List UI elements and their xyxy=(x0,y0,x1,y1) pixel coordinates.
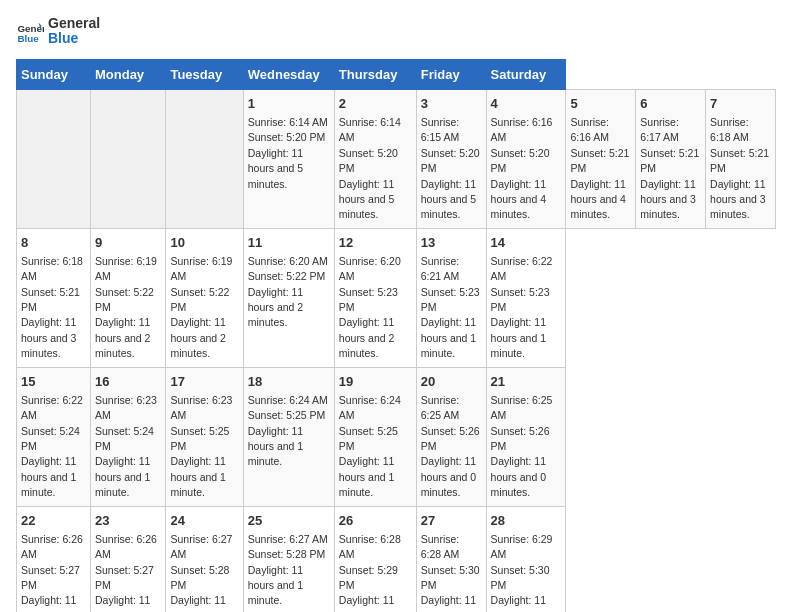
day-number: 12 xyxy=(339,234,412,252)
col-header-saturday: Saturday xyxy=(486,59,566,89)
calendar-cell xyxy=(17,89,91,228)
calendar-cell: 19Sunrise: 6:24 AMSunset: 5:25 PMDayligh… xyxy=(334,367,416,506)
day-number: 20 xyxy=(421,373,482,391)
day-info: Sunrise: 6:25 AMSunset: 5:26 PMDaylight:… xyxy=(421,394,480,498)
calendar-cell: 16Sunrise: 6:23 AMSunset: 5:24 PMDayligh… xyxy=(90,367,165,506)
day-number: 14 xyxy=(491,234,562,252)
day-info: Sunrise: 6:18 AMSunset: 5:21 PMDaylight:… xyxy=(710,116,769,220)
day-info: Sunrise: 6:28 AMSunset: 5:30 PMDaylight:… xyxy=(421,533,480,612)
day-info: Sunrise: 6:29 AMSunset: 5:30 PMDaylight:… xyxy=(491,533,553,612)
calendar-cell: 5Sunrise: 6:16 AMSunset: 5:21 PMDaylight… xyxy=(566,89,636,228)
day-number: 22 xyxy=(21,512,86,530)
day-number: 23 xyxy=(95,512,161,530)
calendar-cell: 2Sunrise: 6:14 AMSunset: 5:20 PMDaylight… xyxy=(334,89,416,228)
calendar-cell: 14Sunrise: 6:22 AMSunset: 5:23 PMDayligh… xyxy=(486,228,566,367)
day-number: 10 xyxy=(170,234,238,252)
logo-line1: General xyxy=(48,16,100,31)
day-info: Sunrise: 6:26 AMSunset: 5:27 PMDaylight:… xyxy=(95,533,157,612)
calendar-cell: 10Sunrise: 6:19 AMSunset: 5:22 PMDayligh… xyxy=(166,228,243,367)
week-row-1: 1Sunrise: 6:14 AMSunset: 5:20 PMDaylight… xyxy=(17,89,776,228)
header-row: SundayMondayTuesdayWednesdayThursdayFrid… xyxy=(17,59,776,89)
logo: General Blue General Blue xyxy=(16,16,100,47)
week-row-4: 22Sunrise: 6:26 AMSunset: 5:27 PMDayligh… xyxy=(17,506,776,612)
day-number: 24 xyxy=(170,512,238,530)
day-info: Sunrise: 6:28 AMSunset: 5:29 PMDaylight:… xyxy=(339,533,401,612)
calendar-cell: 15Sunrise: 6:22 AMSunset: 5:24 PMDayligh… xyxy=(17,367,91,506)
calendar-cell xyxy=(166,89,243,228)
calendar-table: SundayMondayTuesdayWednesdayThursdayFrid… xyxy=(16,59,776,612)
day-info: Sunrise: 6:25 AMSunset: 5:26 PMDaylight:… xyxy=(491,394,553,498)
day-number: 8 xyxy=(21,234,86,252)
calendar-cell: 28Sunrise: 6:29 AMSunset: 5:30 PMDayligh… xyxy=(486,506,566,612)
calendar-cell: 12Sunrise: 6:20 AMSunset: 5:23 PMDayligh… xyxy=(334,228,416,367)
calendar-cell: 27Sunrise: 6:28 AMSunset: 5:30 PMDayligh… xyxy=(416,506,486,612)
day-number: 9 xyxy=(95,234,161,252)
day-number: 15 xyxy=(21,373,86,391)
day-number: 13 xyxy=(421,234,482,252)
day-info: Sunrise: 6:19 AMSunset: 5:22 PMDaylight:… xyxy=(95,255,157,359)
day-info: Sunrise: 6:15 AMSunset: 5:20 PMDaylight:… xyxy=(421,116,480,220)
day-info: Sunrise: 6:27 AMSunset: 5:28 PMDaylight:… xyxy=(248,533,328,607)
calendar-cell: 26Sunrise: 6:28 AMSunset: 5:29 PMDayligh… xyxy=(334,506,416,612)
col-header-tuesday: Tuesday xyxy=(166,59,243,89)
calendar-cell: 9Sunrise: 6:19 AMSunset: 5:22 PMDaylight… xyxy=(90,228,165,367)
calendar-cell: 18Sunrise: 6:24 AMSunset: 5:25 PMDayligh… xyxy=(243,367,334,506)
day-info: Sunrise: 6:14 AMSunset: 5:20 PMDaylight:… xyxy=(248,116,328,190)
calendar-cell: 3Sunrise: 6:15 AMSunset: 5:20 PMDaylight… xyxy=(416,89,486,228)
day-number: 7 xyxy=(710,95,771,113)
day-info: Sunrise: 6:22 AMSunset: 5:23 PMDaylight:… xyxy=(491,255,553,359)
day-info: Sunrise: 6:24 AMSunset: 5:25 PMDaylight:… xyxy=(248,394,328,468)
day-number: 1 xyxy=(248,95,330,113)
calendar-cell xyxy=(90,89,165,228)
day-number: 17 xyxy=(170,373,238,391)
col-header-thursday: Thursday xyxy=(334,59,416,89)
day-number: 2 xyxy=(339,95,412,113)
day-info: Sunrise: 6:23 AMSunset: 5:24 PMDaylight:… xyxy=(95,394,157,498)
day-number: 3 xyxy=(421,95,482,113)
calendar-cell: 23Sunrise: 6:26 AMSunset: 5:27 PMDayligh… xyxy=(90,506,165,612)
calendar-cell: 24Sunrise: 6:27 AMSunset: 5:28 PMDayligh… xyxy=(166,506,243,612)
logo-icon: General Blue xyxy=(16,17,44,45)
calendar-cell: 7Sunrise: 6:18 AMSunset: 5:21 PMDaylight… xyxy=(706,89,776,228)
col-header-friday: Friday xyxy=(416,59,486,89)
day-number: 25 xyxy=(248,512,330,530)
day-info: Sunrise: 6:26 AMSunset: 5:27 PMDaylight:… xyxy=(21,533,83,612)
calendar-cell: 4Sunrise: 6:16 AMSunset: 5:20 PMDaylight… xyxy=(486,89,566,228)
calendar-cell: 1Sunrise: 6:14 AMSunset: 5:20 PMDaylight… xyxy=(243,89,334,228)
day-info: Sunrise: 6:18 AMSunset: 5:21 PMDaylight:… xyxy=(21,255,83,359)
day-number: 27 xyxy=(421,512,482,530)
day-info: Sunrise: 6:20 AMSunset: 5:22 PMDaylight:… xyxy=(248,255,328,329)
day-info: Sunrise: 6:24 AMSunset: 5:25 PMDaylight:… xyxy=(339,394,401,498)
page-container: General Blue General Blue SundayMondayTu… xyxy=(16,16,776,612)
week-row-2: 8Sunrise: 6:18 AMSunset: 5:21 PMDaylight… xyxy=(17,228,776,367)
col-header-wednesday: Wednesday xyxy=(243,59,334,89)
day-info: Sunrise: 6:22 AMSunset: 5:24 PMDaylight:… xyxy=(21,394,83,498)
day-number: 11 xyxy=(248,234,330,252)
week-row-3: 15Sunrise: 6:22 AMSunset: 5:24 PMDayligh… xyxy=(17,367,776,506)
day-info: Sunrise: 6:20 AMSunset: 5:23 PMDaylight:… xyxy=(339,255,401,359)
day-info: Sunrise: 6:17 AMSunset: 5:21 PMDaylight:… xyxy=(640,116,699,220)
day-number: 21 xyxy=(491,373,562,391)
day-info: Sunrise: 6:21 AMSunset: 5:23 PMDaylight:… xyxy=(421,255,480,359)
day-info: Sunrise: 6:23 AMSunset: 5:25 PMDaylight:… xyxy=(170,394,232,498)
col-header-sunday: Sunday xyxy=(17,59,91,89)
day-info: Sunrise: 6:27 AMSunset: 5:28 PMDaylight:… xyxy=(170,533,232,612)
day-info: Sunrise: 6:16 AMSunset: 5:20 PMDaylight:… xyxy=(491,116,553,220)
calendar-cell: 21Sunrise: 6:25 AMSunset: 5:26 PMDayligh… xyxy=(486,367,566,506)
calendar-cell: 22Sunrise: 6:26 AMSunset: 5:27 PMDayligh… xyxy=(17,506,91,612)
day-number: 5 xyxy=(570,95,631,113)
calendar-cell: 11Sunrise: 6:20 AMSunset: 5:22 PMDayligh… xyxy=(243,228,334,367)
day-number: 19 xyxy=(339,373,412,391)
day-number: 4 xyxy=(491,95,562,113)
calendar-cell: 6Sunrise: 6:17 AMSunset: 5:21 PMDaylight… xyxy=(636,89,706,228)
svg-text:Blue: Blue xyxy=(17,34,39,45)
day-number: 26 xyxy=(339,512,412,530)
logo-line2: Blue xyxy=(48,31,100,46)
calendar-cell: 8Sunrise: 6:18 AMSunset: 5:21 PMDaylight… xyxy=(17,228,91,367)
day-info: Sunrise: 6:14 AMSunset: 5:20 PMDaylight:… xyxy=(339,116,401,220)
header: General Blue General Blue xyxy=(16,16,776,47)
day-number: 18 xyxy=(248,373,330,391)
calendar-cell: 25Sunrise: 6:27 AMSunset: 5:28 PMDayligh… xyxy=(243,506,334,612)
day-info: Sunrise: 6:19 AMSunset: 5:22 PMDaylight:… xyxy=(170,255,232,359)
day-number: 28 xyxy=(491,512,562,530)
